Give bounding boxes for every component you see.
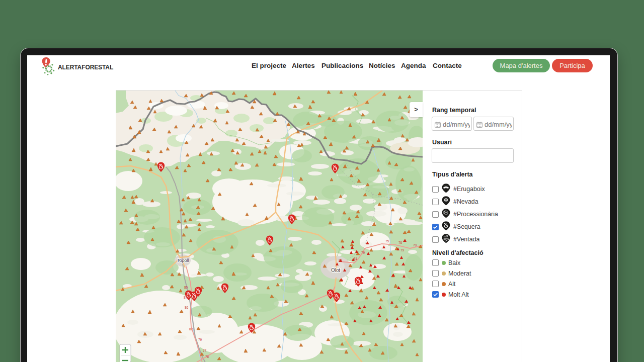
svg-text:79: 79	[361, 251, 365, 254]
svg-text:70: 70	[413, 243, 417, 247]
svg-text:75: 75	[385, 239, 389, 243]
svg-text:86: 86	[185, 306, 189, 309]
svg-text:Ripoll: Ripoll	[178, 258, 189, 263]
svg-text:79: 79	[400, 248, 405, 252]
svg-text:Olot: Olot	[331, 267, 341, 273]
svg-text:84: 84	[339, 259, 343, 262]
svg-text:77: 77	[203, 349, 207, 352]
svg-text:80: 80	[184, 286, 188, 289]
svg-text:82: 82	[189, 327, 193, 331]
svg-text:79: 79	[198, 338, 202, 341]
svg-text:76: 76	[205, 355, 209, 358]
svg-text:76: 76	[398, 241, 403, 244]
svg-text:81: 81	[354, 257, 358, 260]
